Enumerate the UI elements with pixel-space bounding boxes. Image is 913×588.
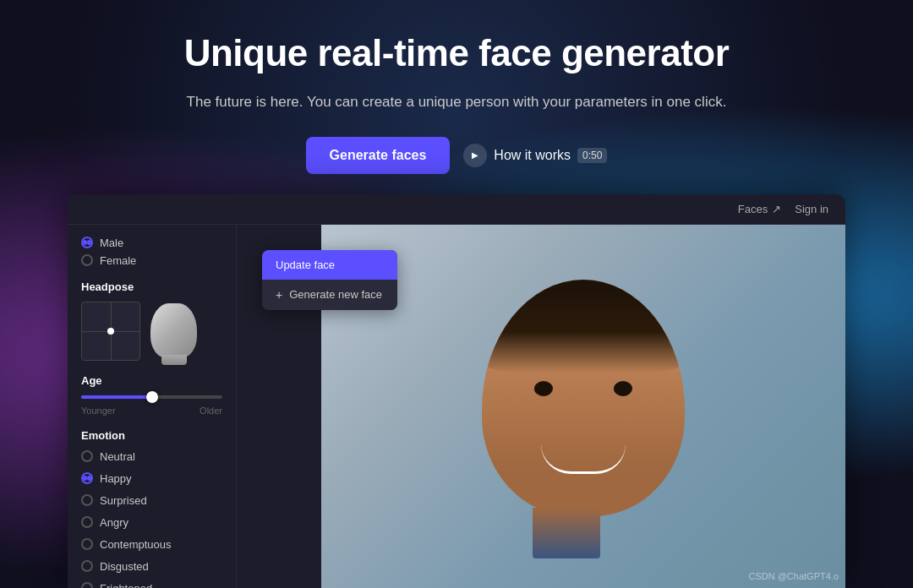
- how-it-works-label: How it works: [494, 148, 571, 163]
- face-eye-right: [614, 381, 632, 396]
- faces-button[interactable]: Faces ↗: [738, 203, 781, 215]
- headpose-section: Headpose: [81, 280, 222, 361]
- hero-subtitle: The future is here. You can create a uni…: [184, 90, 730, 113]
- face-figure: [465, 271, 702, 558]
- app-window: Faces ↗ Sign in Male: [68, 194, 845, 588]
- age-slider-fill: [81, 395, 152, 399]
- emotion-surprised[interactable]: Surprised: [81, 494, 222, 507]
- headpose-label: Headpose: [81, 280, 222, 293]
- update-face-label: Update face: [276, 259, 335, 271]
- main-area: Update face + Generate new face: [237, 225, 845, 588]
- face-hair: [482, 280, 685, 373]
- emotion-neutral-radio: [81, 450, 93, 462]
- age-section: Age Younger Older: [81, 374, 222, 416]
- emotion-neutral[interactable]: Neutral: [81, 450, 222, 463]
- hero-section: Unique real-time face generator The futu…: [167, 0, 746, 194]
- generate-faces-button[interactable]: Generate faces: [306, 137, 451, 174]
- emotion-list: Neutral Happy Surprised: [81, 450, 222, 588]
- female-label: Female: [100, 254, 136, 267]
- how-it-works-button[interactable]: ▶ How it works 0:50: [463, 144, 607, 167]
- export-icon: ↗: [772, 203, 781, 215]
- hero-title: Unique real-time face generator: [184, 32, 730, 75]
- headpose-widget: [81, 302, 222, 361]
- emotion-angry[interactable]: Angry: [81, 516, 222, 529]
- emotion-label: Emotion: [81, 429, 222, 442]
- age-slider-labels: Younger Older: [81, 406, 222, 416]
- emotion-happy[interactable]: Happy: [81, 472, 222, 485]
- page-content: Unique real-time face generator The futu…: [0, 0, 913, 588]
- male-radio: [81, 237, 93, 248]
- emotion-section: Emotion Neutral Happy: [81, 429, 222, 588]
- emotion-disgusted-radio: [81, 560, 93, 572]
- age-label: Age: [81, 374, 222, 387]
- play-icon: ▶: [463, 144, 487, 167]
- emotion-contemptuous[interactable]: Contemptuous: [81, 538, 222, 551]
- gender-female-option[interactable]: Female: [81, 254, 222, 267]
- age-slider-thumb: [146, 391, 158, 403]
- plus-icon: +: [276, 288, 282, 302]
- emotion-frightened[interactable]: Frightened: [81, 582, 222, 588]
- age-slider[interactable]: [81, 395, 222, 399]
- watermark: CSDN @ChatGPT4.o: [748, 571, 839, 581]
- popup-menu: Update face + Generate new face: [262, 250, 397, 310]
- headpose-crosshair[interactable]: [81, 302, 140, 361]
- emotion-angry-radio: [81, 516, 93, 528]
- female-radio: [81, 254, 93, 266]
- crosshair-dot: [107, 328, 114, 335]
- face-background: [321, 225, 845, 588]
- age-younger-label: Younger: [81, 406, 116, 416]
- emotion-contemptuous-radio: [81, 538, 93, 550]
- emotion-frightened-radio: [81, 582, 93, 588]
- male-label: Male: [100, 237, 123, 249]
- face-area: [321, 225, 845, 588]
- face-smile: [541, 444, 626, 474]
- age-older-label: Older: [200, 406, 222, 416]
- emotion-angry-label: Angry: [100, 516, 128, 529]
- emotion-neutral-label: Neutral: [100, 450, 135, 463]
- sidebar: Male Female Headpose: [68, 225, 237, 588]
- generate-new-face-item[interactable]: + Generate new face: [262, 280, 397, 310]
- window-bar: Faces ↗ Sign in: [68, 194, 845, 225]
- duration-badge: 0:50: [577, 148, 607, 163]
- emotion-disgusted[interactable]: Disgusted: [81, 560, 222, 573]
- emotion-contemptuous-label: Contemptuous: [100, 538, 172, 551]
- emotion-happy-radio: [81, 472, 93, 484]
- faces-label: Faces: [738, 203, 768, 215]
- generate-new-label: Generate new face: [289, 288, 382, 301]
- emotion-surprised-label: Surprised: [100, 494, 147, 507]
- app-body: Male Female Headpose: [68, 225, 845, 588]
- emotion-frightened-label: Frightened: [100, 582, 152, 588]
- head-3d-preview: [150, 303, 197, 358]
- gender-male-option[interactable]: Male: [81, 237, 222, 249]
- update-face-item[interactable]: Update face: [262, 250, 397, 280]
- emotion-disgusted-label: Disgusted: [100, 560, 149, 573]
- cta-row: Generate faces ▶ How it works 0:50: [184, 137, 730, 174]
- face-neck: [533, 508, 600, 558]
- emotion-happy-label: Happy: [100, 472, 132, 485]
- face-shape: [482, 280, 685, 516]
- emotion-surprised-radio: [81, 494, 93, 506]
- gender-group: Male Female: [81, 237, 222, 267]
- signin-button[interactable]: Sign in: [795, 203, 828, 215]
- face-eye-left: [534, 381, 553, 396]
